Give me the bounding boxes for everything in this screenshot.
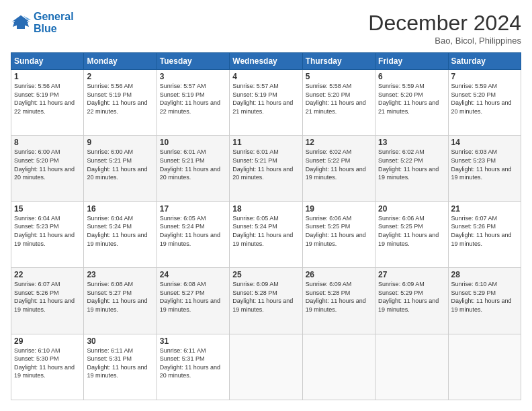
table-row: 15Sunrise: 6:04 AMSunset: 5:23 PMDayligh…	[11, 201, 84, 267]
day-info: Sunrise: 6:06 AMSunset: 5:25 PMDaylight:…	[306, 214, 372, 248]
table-row: 12Sunrise: 6:02 AMSunset: 5:22 PMDayligh…	[302, 136, 375, 201]
day-info: Sunrise: 6:03 AMSunset: 5:23 PMDaylight:…	[451, 148, 518, 181]
header-thursday: Thursday	[302, 53, 375, 70]
day-number: 4	[232, 72, 299, 81]
day-number: 29	[14, 336, 81, 346]
table-row: 17Sunrise: 6:05 AMSunset: 5:24 PMDayligh…	[157, 201, 229, 267]
day-info: Sunrise: 6:00 AMSunset: 5:21 PMDaylight:…	[87, 148, 153, 181]
table-row: 20Sunrise: 6:06 AMSunset: 5:25 PMDayligh…	[375, 201, 448, 267]
day-info: Sunrise: 5:57 AMSunset: 5:19 PMDaylight:…	[160, 82, 226, 116]
table-row: 24Sunrise: 6:08 AMSunset: 5:27 PMDayligh…	[157, 268, 229, 334]
day-number: 1	[14, 72, 81, 81]
day-number: 3	[160, 72, 226, 81]
table-row: 26Sunrise: 6:09 AMSunset: 5:28 PMDayligh…	[302, 268, 375, 334]
day-number: 18	[232, 204, 299, 214]
title-block: December 2024 Bao, Bicol, Philippines	[368, 11, 521, 46]
day-number: 17	[160, 204, 226, 214]
day-number: 8	[14, 138, 81, 147]
day-number: 21	[451, 204, 518, 214]
table-row: 27Sunrise: 6:09 AMSunset: 5:29 PMDayligh…	[375, 268, 448, 334]
day-number: 31	[160, 336, 226, 346]
table-row: 28Sunrise: 6:10 AMSunset: 5:29 PMDayligh…	[448, 268, 521, 334]
table-row: 14Sunrise: 6:03 AMSunset: 5:23 PMDayligh…	[448, 136, 521, 201]
day-info: Sunrise: 6:05 AMSunset: 5:24 PMDaylight:…	[232, 214, 299, 248]
header-saturday: Saturday	[448, 53, 521, 70]
header-monday: Monday	[84, 53, 157, 70]
table-row: 10Sunrise: 6:01 AMSunset: 5:21 PMDayligh…	[157, 136, 229, 201]
day-info: Sunrise: 6:01 AMSunset: 5:21 PMDaylight:…	[232, 148, 299, 181]
table-row	[302, 334, 375, 400]
day-number: 24	[160, 270, 226, 279]
day-info: Sunrise: 6:01 AMSunset: 5:21 PMDaylight:…	[160, 148, 226, 181]
day-number: 26	[306, 270, 372, 279]
day-info: Sunrise: 6:09 AMSunset: 5:28 PMDaylight:…	[306, 280, 372, 314]
day-info: Sunrise: 6:05 AMSunset: 5:24 PMDaylight:…	[160, 214, 226, 248]
day-number: 16	[87, 204, 153, 214]
day-info: Sunrise: 6:08 AMSunset: 5:27 PMDaylight:…	[87, 280, 153, 314]
table-row: 23Sunrise: 6:08 AMSunset: 5:27 PMDayligh…	[84, 268, 157, 334]
logo-text: GeneralBlue	[34, 11, 74, 34]
page: GeneralBlue December 2024 Bao, Bicol, Ph…	[0, 0, 532, 411]
day-number: 20	[378, 204, 445, 214]
table-row: 3Sunrise: 5:57 AMSunset: 5:19 PMDaylight…	[157, 70, 229, 136]
logo-icon	[11, 13, 31, 33]
location-text: Bao, Bicol, Philippines	[368, 36, 521, 46]
table-row: 7Sunrise: 5:59 AMSunset: 5:20 PMDaylight…	[448, 70, 521, 136]
day-info: Sunrise: 5:56 AMSunset: 5:19 PMDaylight:…	[14, 82, 81, 116]
day-number: 13	[378, 138, 445, 147]
day-info: Sunrise: 6:02 AMSunset: 5:22 PMDaylight:…	[306, 148, 372, 181]
table-row: 4Sunrise: 5:57 AMSunset: 5:19 PMDaylight…	[230, 70, 302, 136]
calendar-week-row: 15Sunrise: 6:04 AMSunset: 5:23 PMDayligh…	[11, 201, 521, 267]
table-row: 5Sunrise: 5:58 AMSunset: 5:20 PMDaylight…	[302, 70, 375, 136]
day-info: Sunrise: 6:09 AMSunset: 5:29 PMDaylight:…	[378, 280, 445, 314]
table-row: 19Sunrise: 6:06 AMSunset: 5:25 PMDayligh…	[302, 201, 375, 267]
day-number: 22	[14, 270, 81, 279]
header-wednesday: Wednesday	[230, 53, 302, 70]
table-row: 16Sunrise: 6:04 AMSunset: 5:24 PMDayligh…	[84, 201, 157, 267]
day-number: 9	[87, 138, 153, 147]
day-info: Sunrise: 6:06 AMSunset: 5:25 PMDaylight:…	[378, 214, 445, 248]
day-number: 19	[306, 204, 372, 214]
day-number: 6	[378, 72, 445, 81]
table-row: 21Sunrise: 6:07 AMSunset: 5:26 PMDayligh…	[448, 201, 521, 267]
day-info: Sunrise: 6:04 AMSunset: 5:23 PMDaylight:…	[14, 214, 81, 248]
calendar-header-row: Sunday Monday Tuesday Wednesday Thursday…	[11, 53, 521, 70]
table-row: 6Sunrise: 5:59 AMSunset: 5:20 PMDaylight…	[375, 70, 448, 136]
calendar-week-row: 1Sunrise: 5:56 AMSunset: 5:19 PMDaylight…	[11, 70, 521, 136]
day-info: Sunrise: 6:00 AMSunset: 5:20 PMDaylight:…	[14, 148, 81, 181]
day-number: 30	[87, 336, 153, 346]
table-row: 11Sunrise: 6:01 AMSunset: 5:21 PMDayligh…	[230, 136, 302, 201]
calendar-week-row: 29Sunrise: 6:10 AMSunset: 5:30 PMDayligh…	[11, 334, 521, 400]
day-number: 25	[232, 270, 299, 279]
header: GeneralBlue December 2024 Bao, Bicol, Ph…	[11, 11, 521, 46]
day-info: Sunrise: 6:02 AMSunset: 5:22 PMDaylight:…	[378, 148, 445, 181]
day-info: Sunrise: 5:56 AMSunset: 5:19 PMDaylight:…	[87, 82, 153, 116]
table-row: 29Sunrise: 6:10 AMSunset: 5:30 PMDayligh…	[11, 334, 84, 400]
day-number: 12	[306, 138, 372, 147]
day-number: 14	[451, 138, 518, 147]
day-info: Sunrise: 5:59 AMSunset: 5:20 PMDaylight:…	[378, 82, 445, 116]
day-info: Sunrise: 6:10 AMSunset: 5:29 PMDaylight:…	[451, 280, 518, 314]
day-number: 15	[14, 204, 81, 214]
table-row	[230, 334, 302, 400]
calendar-week-row: 8Sunrise: 6:00 AMSunset: 5:20 PMDaylight…	[11, 136, 521, 201]
logo: GeneralBlue	[11, 11, 74, 34]
table-row: 30Sunrise: 6:11 AMSunset: 5:31 PMDayligh…	[84, 334, 157, 400]
day-number: 27	[378, 270, 445, 279]
day-number: 10	[160, 138, 226, 147]
header-sunday: Sunday	[11, 53, 84, 70]
day-info: Sunrise: 6:07 AMSunset: 5:26 PMDaylight:…	[451, 214, 518, 248]
day-info: Sunrise: 5:58 AMSunset: 5:20 PMDaylight:…	[306, 82, 372, 116]
table-row: 31Sunrise: 6:11 AMSunset: 5:31 PMDayligh…	[157, 334, 229, 400]
day-number: 5	[306, 72, 372, 81]
day-info: Sunrise: 5:57 AMSunset: 5:19 PMDaylight:…	[232, 82, 299, 116]
table-row: 22Sunrise: 6:07 AMSunset: 5:26 PMDayligh…	[11, 268, 84, 334]
table-row: 2Sunrise: 5:56 AMSunset: 5:19 PMDaylight…	[84, 70, 157, 136]
day-info: Sunrise: 6:10 AMSunset: 5:30 PMDaylight:…	[14, 347, 81, 380]
day-number: 2	[87, 72, 153, 81]
table-row	[448, 334, 521, 400]
header-tuesday: Tuesday	[157, 53, 229, 70]
calendar-week-row: 22Sunrise: 6:07 AMSunset: 5:26 PMDayligh…	[11, 268, 521, 334]
day-info: Sunrise: 6:11 AMSunset: 5:31 PMDaylight:…	[87, 347, 153, 380]
month-year-title: December 2024	[368, 11, 521, 36]
